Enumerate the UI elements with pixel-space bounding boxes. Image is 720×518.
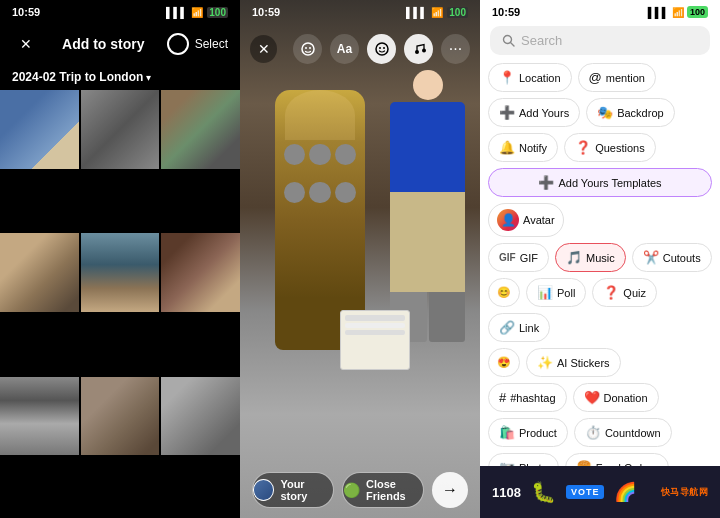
watermark-text: 快马导航网 [661,486,709,499]
vote-sticker[interactable]: VOTE [566,485,605,499]
text-button[interactable]: Aa [330,34,359,64]
aa-label: Aa [337,42,352,56]
status-bar-panel1: 10:59 ▌▌▌ 📶 100 [0,0,240,22]
sticker-row-8: 🛍️ Product ⏱️ Countdown [488,418,712,447]
music-icon: 🎵 [566,250,582,265]
add-yours-icon: ➕ [499,105,515,120]
photo-cell-4[interactable] [0,233,79,312]
sticker-notify-label: Notify [519,142,547,154]
status-bar-panel2: 10:59 ▌▌▌ 📶 100 [240,0,480,22]
sticker-add-yours-templates[interactable]: ➕ Add Yours Templates [488,168,712,197]
sticker-add-yours-templates-label: Add Yours Templates [558,177,661,189]
status-icons-panel1: ▌▌▌ 📶 100 [166,7,228,18]
person-figure [390,70,465,340]
location-icon: 📍 [499,70,515,85]
rainbow-sticker[interactable]: 🌈 [614,481,636,503]
close-friends-label: Close Friends [366,478,423,502]
photo-cell-9[interactable] [161,377,240,456]
sticker-add-yours[interactable]: ➕ Add Yours [488,98,580,127]
photo-cell-6[interactable] [161,233,240,312]
sticker-music[interactable]: 🎵 Music [555,243,626,272]
photo-cell-2[interactable] [81,90,160,169]
svg-point-6 [415,50,419,54]
sticker-notify[interactable]: 🔔 Notify [488,133,558,162]
bug-sticker[interactable]: 🐛 [531,480,556,504]
header-title: Add to story [62,36,144,52]
time-panel3: 10:59 [492,6,520,18]
your-story-button[interactable]: Your story [252,472,334,508]
sticker-button[interactable] [367,34,396,64]
sticker-ai-stickers-label: AI Stickers [557,357,610,369]
sticker-emoji1[interactable]: 😊 [488,278,520,307]
sticker-product-label: Product [519,427,557,439]
sticker-ai-stickers[interactable]: ✨ AI Stickers [526,348,621,377]
sticker-location[interactable]: 📍 Location [488,63,572,92]
sticker-row-2: 🔔 Notify ❓ Questions [488,133,712,162]
sticker-questions[interactable]: ❓ Questions [564,133,656,162]
sticker-countdown[interactable]: ⏱️ Countdown [574,418,672,447]
sticker-avatar[interactable]: 👤 Avatar [488,203,564,237]
transform-button[interactable] [293,34,322,64]
sticker-gif[interactable]: GIF GIF [488,243,549,272]
sticker-location-label: Location [519,72,561,84]
sticker-backdrop[interactable]: 🎭 Backdrop [586,98,674,127]
next-button[interactable]: → [432,472,468,508]
photo-cell-5[interactable] [81,233,160,312]
sticker-link-label: Link [519,322,539,334]
sticker-backdrop-label: Backdrop [617,107,663,119]
close-button[interactable]: ✕ [12,30,40,58]
signal-icon: ▌▌▌ [166,7,187,18]
sticker-emoji2[interactable]: 😍 [488,348,520,377]
sticker-mention[interactable]: @ mention [578,63,656,92]
circle-icon [167,33,189,55]
add-to-story-header: ✕ Add to story Select [0,22,240,66]
close-friends-button[interactable]: 🟢 Close Friends [342,472,424,508]
more-options-button[interactable]: ··· [441,34,470,64]
sticker-donation[interactable]: ❤️ Donation [573,383,659,412]
photo-cell-7[interactable] [0,377,79,456]
add-yours-templates-icon: ➕ [538,175,554,190]
sticker-row-1: ➕ Add Yours 🎭 Backdrop [488,98,712,127]
photo-cell-1[interactable] [0,90,79,169]
sticker-quiz[interactable]: ❓ Quiz [592,278,657,307]
svg-point-5 [383,47,385,49]
sticker-row-9: 📷 Photo 🍔 Food Orders [488,453,712,466]
signal-icon-p3: ▌▌▌ [648,7,669,18]
music-button[interactable] [404,34,433,64]
sticker-countdown-label: Countdown [605,427,661,439]
sticker-cutouts[interactable]: ✂️ Cutouts [632,243,712,272]
battery-icon: 100 [207,7,228,18]
placard [340,310,410,370]
svg-point-7 [422,49,426,53]
wifi-icon-p3: 📶 [672,7,684,18]
mention-icon: @ [589,70,602,85]
sticker-row-5: 😊 📊 Poll ❓ Quiz 🔗 Link [488,278,712,342]
sticker-poll[interactable]: 📊 Poll [526,278,586,307]
status-bar-panel3: 10:59 ▌▌▌ 📶 100 [480,0,720,22]
donation-icon: ❤️ [584,390,600,405]
photo-cell-8[interactable] [81,377,160,456]
battery-icon-p2: 100 [447,7,468,18]
sticker-food-orders[interactable]: 🍔 Food Orders [565,453,669,466]
sticker-link[interactable]: 🔗 Link [488,313,550,342]
sticker-cutouts-label: Cutouts [663,252,701,264]
sticker-hashtag-label: #hashtag [510,392,555,404]
close-editor-button[interactable]: ✕ [250,35,277,63]
battery-icon-p3: 100 [687,6,708,18]
sticker-photo[interactable]: 📷 Photo [488,453,559,466]
user-avatar [253,479,274,501]
select-button[interactable]: Select [195,37,228,51]
photo-cell-3[interactable] [161,90,240,169]
sticker-search-bar[interactable]: Search [490,26,710,55]
sticker-row-6: 😍 ✨ AI Stickers [488,348,712,377]
watermark-area: 快马导航网 [646,486,708,499]
time-panel1: 10:59 [12,6,40,18]
photo-grid [0,90,240,518]
sticker-row-0: 📍 Location @ mention [488,63,712,92]
sticker-product[interactable]: 🛍️ Product [488,418,568,447]
album-selector[interactable]: 2024-02 Trip to London ▾ [0,66,240,90]
search-placeholder: Search [521,33,562,48]
ai-stickers-icon: ✨ [537,355,553,370]
sticker-hashtag[interactable]: # #hashtag [488,383,567,412]
search-icon [502,34,515,47]
